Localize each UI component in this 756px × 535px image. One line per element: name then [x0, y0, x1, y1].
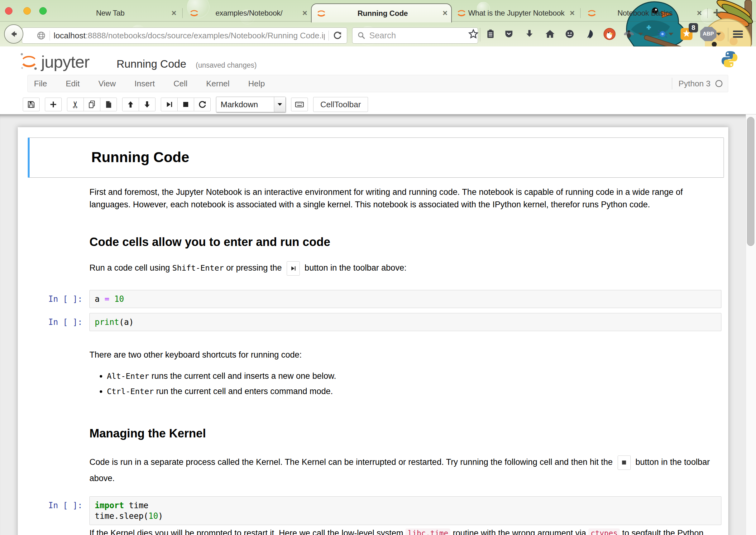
input-prompt: In [ ]:	[30, 313, 90, 327]
autosave-status: (unsaved changes)	[196, 61, 257, 70]
tab-running-code-active[interactable]: Running Code ×	[311, 3, 452, 22]
interrupt-kernel-button[interactable]	[177, 98, 194, 111]
kernel-idle-icon	[715, 79, 723, 88]
stop-icon	[621, 460, 627, 465]
markdown-cell-intro[interactable]: First and foremost, the Jupyter Notebook…	[28, 178, 724, 219]
code-input-area[interactable]: import timetime.sleep(10)	[90, 496, 721, 525]
dropdown-caret-icon[interactable]	[716, 32, 722, 36]
window-close-button[interactable]	[5, 7, 13, 14]
menu-insert[interactable]: Insert	[135, 79, 155, 89]
dropdown-caret-icon[interactable]	[668, 32, 674, 36]
save-icon	[26, 100, 36, 109]
back-button[interactable]	[4, 24, 23, 43]
scrollbar-thumb[interactable]	[747, 117, 754, 246]
notebook-site: Running Code First and foremost, the Jup…	[0, 114, 756, 535]
command-palette-button[interactable]	[291, 98, 308, 111]
copy-icon	[87, 100, 96, 109]
notebook-title[interactable]: Running Code	[117, 58, 186, 70]
markdown-cell-segfault[interactable]: If the Kernel dies you will be prompted …	[28, 527, 724, 535]
tab-new-tab[interactable]: New Tab ×	[53, 5, 180, 21]
plus-icon	[49, 100, 58, 109]
session-manager-addon-button[interactable]: 8	[678, 26, 695, 42]
code-cell-sleep[interactable]: In [ ]: import timetime.sleep(10)	[28, 494, 724, 526]
window-zoom-button[interactable]	[39, 7, 47, 14]
menu-help[interactable]: Help	[248, 79, 265, 89]
downloads-button[interactable]	[521, 26, 538, 42]
new-tab-button[interactable]: +	[713, 6, 721, 19]
markdown-cell-shortcuts[interactable]: There are two other keyboard shortcuts f…	[28, 334, 724, 407]
tab-close-icon[interactable]: ×	[299, 9, 311, 18]
move-cell-up-button[interactable]	[122, 98, 139, 111]
tab-examples-notebook[interactable]: examples/Notebook/ ×	[184, 5, 311, 21]
window-minimize-button[interactable]	[23, 7, 31, 14]
tab-label: examples/Notebook/	[200, 9, 299, 17]
search-icon	[357, 31, 366, 40]
shortcuts-intro: There are two other keyboard shortcuts f…	[90, 349, 721, 361]
screen: { "browser": { "tabs": [ {"label": "New …	[0, 0, 756, 535]
duckduckgo-addon-button[interactable]	[601, 26, 618, 42]
tab-notebook-basics[interactable]: Notebook Basics ×	[582, 5, 706, 21]
insert-cell-below-button[interactable]	[45, 98, 62, 111]
code-input-area[interactable]: a = 10	[90, 290, 721, 308]
tab-label: New Tab	[53, 9, 168, 17]
adblock-plus-button[interactable]: ABP	[700, 26, 717, 42]
tab-separator	[182, 8, 183, 18]
save-button[interactable]	[23, 98, 40, 111]
menu-edit[interactable]: Edit	[66, 79, 80, 89]
restart-kernel-button[interactable]	[194, 98, 211, 111]
download-arrow-icon	[524, 29, 535, 39]
tab-close-icon[interactable]: ×	[439, 9, 451, 18]
shortcuts-list: Alt-Enter runs the current cell and inse…	[90, 370, 721, 398]
tab-close-icon[interactable]: ×	[566, 9, 579, 18]
menu-kernel[interactable]: Kernel	[206, 79, 230, 89]
select-arrow	[274, 97, 285, 112]
reload-icon[interactable]	[333, 31, 342, 41]
jupyter-logo[interactable]: jupyter	[19, 51, 90, 71]
shift-enter-code: Shift-Enter	[172, 264, 224, 272]
feedback-smiley-button[interactable]	[561, 26, 578, 42]
run-cell-button[interactable]	[161, 98, 177, 111]
duckduckgo-icon	[603, 27, 616, 41]
home-button[interactable]	[542, 26, 558, 42]
celltoolbar-button[interactable]: CellToolbar	[313, 97, 368, 112]
fly-addon-button[interactable]	[620, 26, 637, 42]
run-text-post: button in the toolbar above:	[302, 263, 407, 272]
tab-strip: New Tab × examples/Notebook/ × Running C…	[0, 0, 756, 21]
code-input-area[interactable]: print(a)	[90, 313, 721, 331]
scrollbar-track[interactable]	[746, 114, 756, 535]
jupyter-favicon	[586, 8, 597, 18]
pocket-button[interactable]	[500, 26, 517, 42]
cell-type-select[interactable]: Markdown	[216, 97, 286, 112]
search-bar[interactable]: Search	[352, 27, 478, 43]
menu-hamburger-button[interactable]	[733, 26, 750, 42]
ctrl-enter-text: run the current cell and enters command …	[154, 387, 333, 396]
quill-addon-button[interactable]	[581, 26, 598, 42]
code-cell-print[interactable]: In [ ]: print(a)	[28, 311, 724, 334]
kernel-name: Python 3	[678, 79, 711, 89]
markdown-cell-title-selected[interactable]: Running Code	[28, 137, 724, 178]
scissors-icon: ✂	[70, 100, 81, 108]
tab-what-is-jupyter[interactable]: What is the Jupyter Notebook ×	[452, 5, 579, 21]
bookmark-star-button[interactable]	[465, 26, 482, 42]
clipboard-list-icon	[485, 29, 496, 39]
dropdown-caret-icon[interactable]	[637, 32, 644, 36]
code-cell-assignment[interactable]: In [ ]: a = 10	[28, 288, 724, 311]
markdown-cell-code-cells[interactable]: Code cells allow you to enter and run co…	[28, 219, 724, 288]
menu-cell[interactable]: Cell	[174, 79, 188, 89]
url-bar[interactable]: localhost:8888/notebooks/docs/source/exa…	[22, 27, 347, 43]
copy-cell-button[interactable]	[84, 98, 100, 111]
input-prompt: In [ ]:	[30, 496, 90, 510]
markdown-cell-managing-kernel[interactable]: Managing the Kernel Code is run in a sep…	[28, 407, 724, 494]
kernel-indicator: Python 3	[672, 78, 723, 90]
run-icon	[290, 265, 296, 271]
paste-cell-button[interactable]	[100, 98, 117, 111]
caret-down-icon	[277, 103, 282, 106]
tab-close-icon[interactable]: ×	[693, 9, 706, 18]
cut-cell-button[interactable]: ✂	[67, 98, 84, 111]
move-cell-down-button[interactable]	[139, 98, 155, 111]
url-text[interactable]: localhost:8888/notebooks/docs/source/exa…	[54, 31, 325, 41]
reading-list-button[interactable]	[482, 26, 499, 42]
menu-view[interactable]: View	[98, 79, 116, 89]
menu-file[interactable]: File	[34, 79, 47, 89]
tab-close-icon[interactable]: ×	[168, 9, 180, 18]
